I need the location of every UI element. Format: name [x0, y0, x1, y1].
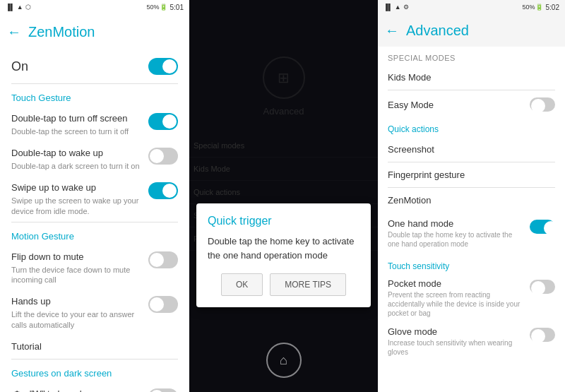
toggle-hands-up[interactable]: [148, 296, 178, 313]
battery-status: 50%🔋: [147, 4, 167, 11]
zenmotion-item[interactable]: ZenMotion: [378, 188, 565, 213]
glove-mode-item: Glove mode Increase touch sensitivity wh…: [378, 322, 565, 361]
back-button-right[interactable]: ←: [385, 23, 399, 39]
status-bar-left: ▐▌ ▲ ⬡ 50%🔋 5:01: [0, 0, 189, 14]
setting-w-launch: 🌤 "W" to launch app Weather: [0, 383, 189, 392]
battery-right: 50%🔋: [523, 4, 543, 11]
fingerprint-item[interactable]: Fingerprint gesture: [378, 162, 565, 187]
setting-desc-4: Turn the device face down to mute incomi…: [11, 265, 143, 285]
pocket-mode-item: Pocket mode Prevent the screen from reac…: [378, 274, 565, 322]
panel-middle: ⊞ Advanced Special modes Kids Mode Quick…: [189, 0, 378, 392]
glove-mode-desc: Increase touch sensitivity when wearing …: [388, 338, 525, 357]
setting-title-5: Hands up: [11, 296, 143, 308]
on-label: On: [11, 59, 28, 74]
back-button[interactable]: ←: [7, 24, 21, 40]
easy-mode-label: Easy Mode: [388, 100, 434, 110]
setting-hands-up: Hands up Lift the device to your ear to …: [0, 290, 189, 335]
top-bar-right: ← Advanced: [378, 14, 565, 47]
setting-title-2: Double-tap to wake up: [11, 148, 143, 160]
popup-more-tips-button[interactable]: MORE TIPS: [270, 273, 346, 296]
setting-tutorial[interactable]: Tutorial: [0, 335, 189, 359]
setting-double-tap-off: Double-tap to turn off screen Double-tap…: [0, 107, 189, 142]
popup-ok-button[interactable]: OK: [221, 273, 263, 296]
bt-icon: ⬡: [25, 4, 31, 11]
touch-sensitivity-header: Touch sensitivity: [378, 256, 565, 274]
settings-scroll[interactable]: On Touch Gesture Double-tap to turn off …: [0, 49, 189, 392]
pocket-mode-title: Pocket mode: [388, 278, 525, 289]
time-right: 5:02: [546, 4, 559, 11]
one-hand-desc: Double tap the home key to activate the …: [388, 230, 525, 249]
screenshot-item[interactable]: Screenshot: [378, 137, 565, 162]
setting-desc-2: Double-tap a dark screen to turn it on: [11, 161, 143, 171]
zenmotion-label: ZenMotion: [388, 195, 431, 206]
dark-overlay: [189, 0, 378, 392]
kids-mode-label: Kids Mode: [388, 72, 431, 83]
popup-title: Quick trigger: [208, 215, 359, 227]
setting-title-1: Double-tap to turn off screen: [11, 113, 143, 125]
toggle-flip-mute[interactable]: [148, 251, 178, 268]
setting-double-tap-wake: Double-tap to wake up Double-tap a dark …: [0, 142, 189, 177]
signal-icons: ▐▌ ▲ ⬡: [6, 4, 31, 11]
one-hand-toggle[interactable]: [530, 220, 555, 234]
toggle-w-launch[interactable]: [148, 388, 178, 392]
page-title-right: Advanced: [406, 23, 469, 39]
setting-desc-3: Swipe up the screen to wake up your devi…: [11, 196, 143, 216]
toggle-double-tap-wake[interactable]: [148, 148, 178, 165]
main-toggle[interactable]: [148, 58, 178, 75]
toggle-double-tap-off[interactable]: [148, 113, 178, 130]
right-scroll[interactable]: Special modes Kids Mode Easy Mode Quick …: [378, 47, 565, 392]
special-modes-header: Special modes: [378, 47, 565, 65]
home-icon: ⌂: [280, 353, 287, 368]
popup-buttons: OK MORE TIPS: [208, 273, 359, 296]
setting-flip-mute: Flip down to mute Turn the device face d…: [0, 246, 189, 290]
popup-desc: Double tap the home key to activate the …: [208, 234, 359, 262]
home-button[interactable]: ⌂: [266, 343, 302, 378]
screenshot-label: Screenshot: [388, 144, 434, 155]
panel-zenmotion: ▐▌ ▲ ⬡ 50%🔋 5:01 ← ZenMotion On Touch Ge…: [0, 0, 189, 392]
setting-title-w: "W" to launch app: [30, 388, 143, 392]
easy-mode-toggle[interactable]: [530, 97, 555, 112]
one-hand-title: One hand mode: [388, 218, 525, 229]
panel-advanced: ▐▌ ▲ ⚙ 50%🔋 5:02 ← Advanced Special mode…: [378, 0, 565, 392]
toggle-swipe-wake[interactable]: [148, 182, 178, 199]
status-bar-right: ▐▌ ▲ ⚙ 50%🔋 5:02: [378, 0, 565, 14]
signal-icon: ▐▌: [6, 4, 15, 11]
setting-title-4: Flip down to mute: [11, 251, 143, 263]
motion-gesture-header: Motion Gesture: [0, 222, 189, 246]
setting-title-tutorial: Tutorial: [11, 341, 178, 353]
setting-desc-5: Lift the device to your ear to answer ca…: [11, 309, 143, 330]
quick-actions-header: Quick actions: [378, 119, 565, 137]
glove-mode-title: Glove mode: [388, 326, 525, 337]
settings-icon-right: ⚙: [403, 4, 409, 11]
pocket-mode-toggle[interactable]: [530, 280, 555, 294]
setting-desc-1: Double-tap the screen to turn it off: [11, 126, 143, 136]
dark-screen-header: Gestures on dark screen: [0, 360, 189, 383]
top-bar-left: ← ZenMotion: [0, 14, 189, 49]
easy-mode-item: Easy Mode: [378, 90, 565, 119]
wifi-icon: ▲: [17, 4, 23, 11]
one-hand-mode-item: One hand mode Double tap the home key to…: [378, 213, 565, 253]
signal-icon-right: ▐▌: [383, 4, 393, 11]
glove-mode-toggle[interactable]: [530, 328, 555, 342]
setting-swipe-wake: Swipe up to wake up Swipe up the screen …: [0, 177, 189, 221]
signal-icons-right: ▐▌ ▲ ⚙: [383, 4, 409, 11]
time-display: 5:01: [170, 4, 184, 11]
page-title-left: ZenMotion: [28, 24, 95, 40]
wifi-icon-right: ▲: [395, 4, 401, 11]
setting-title-3: Swipe up to wake up: [11, 182, 143, 194]
kids-mode-item[interactable]: Kids Mode: [378, 65, 565, 90]
quick-trigger-popup: Quick trigger Double tap the home key to…: [196, 203, 371, 307]
on-row: On: [0, 49, 189, 83]
touch-gesture-header: Touch Gesture: [0, 84, 189, 107]
pocket-mode-desc: Prevent the screen from reacting acciden…: [388, 290, 525, 318]
fingerprint-label: Fingerprint gesture: [388, 170, 465, 180]
